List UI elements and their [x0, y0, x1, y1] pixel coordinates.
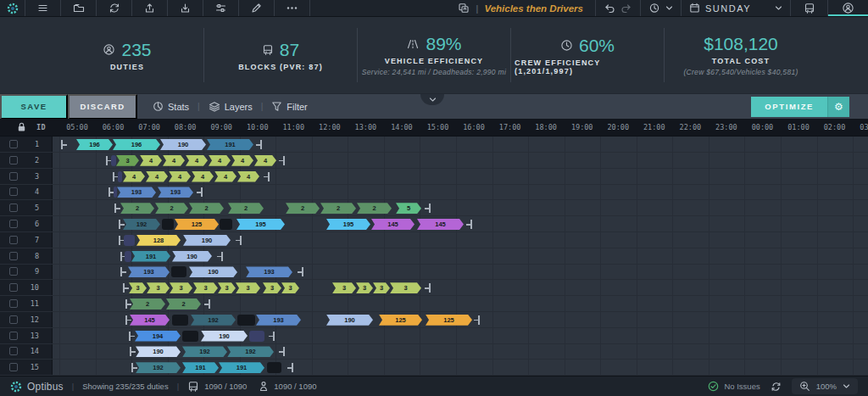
duty-block[interactable]: 4 [214, 171, 236, 182]
duty-block[interactable]: 4 [146, 171, 168, 182]
duty-block[interactable]: 4 [186, 155, 208, 166]
duty-block[interactable] [114, 187, 117, 198]
optimize-settings-gear-icon[interactable]: ⚙ [827, 97, 849, 117]
duty-block[interactable]: 192 [182, 346, 227, 357]
row-checkbox[interactable] [9, 156, 18, 165]
duty-block[interactable]: 4 [140, 155, 162, 166]
history-dropdown[interactable] [640, 0, 681, 16]
row-checkbox[interactable] [9, 332, 18, 340]
duty-block[interactable] [171, 266, 186, 277]
duty-block[interactable]: 3 [116, 155, 139, 166]
undo-icon[interactable] [604, 3, 615, 14]
duty-block[interactable]: 193 [256, 315, 301, 326]
duty-block[interactable] [124, 235, 135, 246]
duty-block[interactable]: 3 [170, 282, 192, 293]
duty-block[interactable]: 190 [326, 315, 373, 326]
issues-indicator[interactable]: No Issues [708, 381, 760, 392]
duty-block[interactable]: 193 [158, 187, 193, 198]
day-selector[interactable]: SUNDAY [681, 0, 790, 16]
duty-block[interactable]: 125 [175, 219, 219, 230]
duty-block[interactable]: 195 [236, 219, 285, 230]
menu-button[interactable] [25, 0, 61, 16]
duty-block[interactable]: 4 [169, 171, 191, 182]
duty-block[interactable]: 3 [218, 282, 236, 293]
duty-block[interactable]: 192 [227, 346, 274, 357]
duty-block[interactable]: 190 [183, 235, 231, 246]
duty-block[interactable]: 193 [246, 266, 292, 277]
duty-block[interactable]: 2 [228, 203, 264, 214]
row-checkbox[interactable] [9, 236, 18, 244]
vehicles-view-tab[interactable] [790, 0, 827, 16]
row-checkbox[interactable] [9, 220, 18, 228]
duty-block[interactable]: 3 [129, 282, 147, 293]
download-button[interactable] [168, 0, 203, 16]
duty-block[interactable]: 4 [209, 155, 231, 166]
duty-block[interactable]: 4 [163, 155, 185, 166]
duty-block[interactable]: 3 [193, 282, 218, 293]
duty-block[interactable] [267, 362, 281, 373]
duty-block[interactable]: 191 [131, 251, 170, 262]
duty-block[interactable]: 128 [136, 235, 181, 246]
duty-block[interactable]: 4 [254, 155, 276, 166]
duty-block[interactable]: 4 [123, 171, 145, 182]
filter-button[interactable]: Filter [271, 101, 307, 112]
row-checkbox[interactable] [9, 267, 18, 276]
duty-block[interactable]: 190 [172, 251, 212, 262]
duty-block[interactable] [118, 171, 122, 182]
copy-schedule-icon[interactable] [458, 3, 470, 14]
duty-block[interactable]: 3 [236, 282, 260, 293]
duty-block[interactable]: 193 [128, 266, 170, 277]
duty-block[interactable]: 192 [123, 219, 160, 230]
duty-block[interactable]: 3 [147, 282, 170, 293]
duty-block[interactable]: 2 [166, 298, 201, 310]
duty-block[interactable] [162, 219, 174, 230]
adjustments-button[interactable] [203, 0, 239, 16]
edit-button[interactable] [239, 0, 275, 16]
upload-button[interactable] [132, 0, 168, 16]
duty-block[interactable]: 190 [189, 266, 237, 277]
duty-block[interactable]: 190 [136, 346, 181, 357]
redo-icon[interactable] [620, 3, 632, 14]
duty-block[interactable]: 190 [160, 139, 206, 150]
stats-button[interactable]: Stats [153, 101, 189, 112]
duty-block[interactable]: 5 [396, 203, 421, 214]
row-checkbox[interactable] [9, 172, 18, 181]
collapse-panel-handle[interactable] [420, 94, 444, 105]
duty-block[interactable]: 3 [332, 282, 356, 293]
row-checkbox[interactable] [9, 347, 18, 355]
duty-block[interactable]: 125 [426, 315, 472, 326]
folder-button[interactable] [61, 0, 97, 16]
duty-block[interactable] [249, 331, 264, 342]
duty-block[interactable]: 4 [231, 155, 253, 166]
duty-block[interactable]: 2 [155, 203, 188, 214]
duty-block[interactable]: 190 [201, 331, 248, 342]
duty-block[interactable]: 192 [191, 315, 236, 326]
duty-block[interactable] [125, 251, 131, 262]
row-checkbox[interactable] [9, 299, 18, 308]
refresh-icon[interactable] [771, 382, 782, 392]
optibus-logo[interactable] [0, 0, 25, 16]
duty-block[interactable]: 125 [379, 315, 422, 326]
row-checkbox[interactable] [9, 315, 18, 324]
optimize-button[interactable]: OPTIMIZE ⚙ [751, 97, 849, 117]
discard-button[interactable]: DISCARD [68, 94, 137, 120]
duty-block[interactable] [220, 219, 232, 230]
save-button[interactable]: SAVE [0, 94, 68, 120]
duty-block[interactable]: 2 [357, 203, 392, 214]
duty-block[interactable]: 2 [189, 203, 224, 214]
row-checkbox[interactable] [9, 363, 18, 371]
duty-block[interactable] [237, 315, 255, 326]
more-button[interactable] [275, 0, 310, 16]
duty-block[interactable]: 145 [130, 315, 170, 326]
drivers-view-tab[interactable] [827, 0, 868, 16]
layers-button[interactable]: Layers [209, 101, 253, 112]
duty-block[interactable]: 194 [135, 331, 181, 342]
duty-block[interactable]: 191 [207, 139, 253, 150]
row-checkbox[interactable] [9, 283, 18, 292]
duty-block[interactable]: 2 [320, 203, 356, 214]
duty-block[interactable]: 2 [286, 203, 320, 214]
duty-block[interactable]: 191 [182, 362, 219, 373]
duty-block[interactable]: 193 [117, 187, 156, 198]
duty-block[interactable]: 3 [373, 282, 390, 293]
duty-block[interactable]: 2 [130, 298, 165, 310]
